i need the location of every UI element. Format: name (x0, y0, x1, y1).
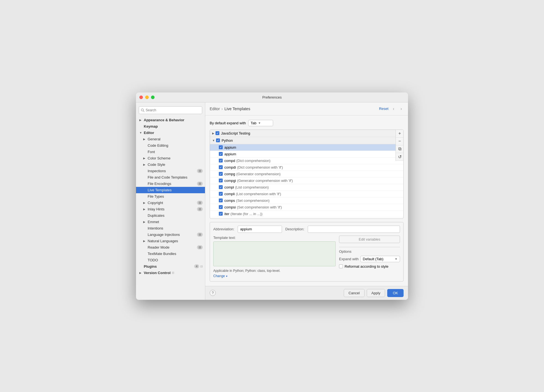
inlay-hints-badge: ⊟ (197, 207, 203, 211)
template-desc: (Dict comprehension with 'if') (237, 165, 283, 169)
sidebar-item-editor[interactable]: ▼ Editor (136, 130, 205, 136)
search-input[interactable] (139, 106, 202, 114)
change-link[interactable]: Change (213, 274, 225, 278)
breadcrumb-current: Live Templates (224, 107, 250, 111)
group-label: JavaScript Testing (221, 131, 250, 135)
template-row-compd[interactable]: compd (Dict comprehension) (210, 158, 403, 164)
sidebar-item-textmate-bundles[interactable]: ▶ TextMate Bundles (136, 251, 205, 257)
chevron-right-icon: ▶ (143, 201, 147, 204)
sidebar-item-color-scheme[interactable]: ▶ Color Scheme (136, 155, 205, 161)
bottom-section: Abbreviation: Description: Template text… (210, 222, 404, 282)
template-checkbox[interactable] (219, 159, 223, 163)
sidebar-item-version-control[interactable]: ▶ Version Control ⊟ (136, 270, 205, 276)
template-checkbox[interactable] (219, 192, 223, 196)
template-row-comps[interactable]: comps (Set comprehension) (210, 197, 403, 204)
template-checkbox[interactable] (219, 185, 223, 189)
chevron-right-icon: ▶ (143, 208, 147, 211)
sidebar-item-todo[interactable]: ▶ TODO (136, 257, 205, 263)
template-checkbox[interactable] (219, 179, 223, 182)
sidebar-item-emmet[interactable]: ▶ Emmet (136, 219, 205, 225)
sidebar-item-file-encodings[interactable]: ▶ File Encodings ⊟ (136, 180, 205, 187)
template-row-compg[interactable]: compg (Generator comprehension) (210, 171, 403, 177)
sidebar-item-keymap[interactable]: ▶ Keymap (136, 123, 205, 130)
description-label: Description: (285, 227, 304, 231)
help-button[interactable]: ? (210, 290, 216, 296)
sidebar-item-appearance[interactable]: ▶ Appearance & Behavior (136, 117, 205, 123)
chevron-down-icon: ▼ (212, 139, 215, 142)
sidebar-item-duplicates[interactable]: ▶ Duplicates (136, 212, 205, 219)
group-js-testing[interactable]: ▶ JavaScript Testing (210, 130, 403, 137)
sidebar-item-intentions[interactable]: ▶ Intentions (136, 225, 205, 231)
template-checkbox[interactable] (219, 152, 223, 156)
apply-button[interactable]: Apply (367, 289, 385, 297)
template-row-compgi[interactable]: compgi (Generator comprehension with 'if… (210, 177, 403, 184)
reformat-checkbox[interactable] (339, 264, 343, 268)
sidebar-item-copyright[interactable]: ▶ Copyright ⊟ (136, 200, 205, 206)
sidebar-item-label: Inlay Hints (148, 207, 165, 211)
nav-forward-button[interactable]: › (399, 106, 404, 112)
sidebar-item-live-templates[interactable]: ▶ Live Templates (136, 187, 205, 193)
sidebar-item-label: Natural Languages (148, 239, 178, 243)
sidebar-item-reader-mode[interactable]: ▶ Reader Mode ⊟ (136, 244, 205, 251)
sidebar-item-inlay-hints[interactable]: ▶ Inlay Hints ⊟ (136, 206, 205, 212)
template-checkbox[interactable] (219, 205, 223, 209)
template-checkbox[interactable] (219, 145, 223, 149)
sidebar-item-font[interactable]: ▶ Font (136, 149, 205, 155)
template-row-compsi[interactable]: compsi (Set comprehension with 'if') (210, 204, 403, 211)
list-side-actions: + − ⧉ ↺ (396, 130, 404, 161)
reset-button[interactable]: Reset (379, 107, 388, 111)
template-checkbox[interactable] (219, 165, 223, 169)
sidebar-item-file-types[interactable]: ▶ File Types (136, 193, 205, 200)
template-checkbox[interactable] (219, 172, 223, 176)
sidebar-item-code-style[interactable]: ▶ Code Style (136, 161, 205, 168)
sidebar-item-natural-languages[interactable]: ▶ Natural Languages (136, 238, 205, 244)
sidebar-item-code-editing[interactable]: ▶ Code Editing (136, 142, 205, 149)
group-python[interactable]: ▼ Python (210, 137, 403, 144)
copy-template-button[interactable]: ⧉ (396, 145, 404, 153)
sidebar-item-label: Appearance & Behavior (144, 118, 184, 122)
reset-template-button[interactable]: ↺ (396, 153, 404, 161)
reformat-row: Reformat according to style (339, 264, 400, 269)
python-checkbox[interactable] (216, 138, 220, 142)
template-row-itere[interactable]: itere (Iterate (for ... in enumerate)) (210, 217, 403, 218)
template-row-appium-2[interactable]: appium (210, 151, 403, 158)
version-control-icon: ⊟ (172, 271, 174, 275)
sidebar-item-plugins[interactable]: ▶ Plugins 4 ⊟ (136, 263, 205, 270)
template-checkbox[interactable] (219, 212, 223, 216)
sidebar-item-general[interactable]: ▶ General (136, 136, 205, 142)
expand-with-dropdown[interactable]: Default (Tab) ▼ (360, 256, 400, 262)
sidebar-item-label: Inspections (148, 169, 166, 173)
template-row-compl[interactable]: compl (List comprehension) (210, 184, 403, 191)
expand-label: By default expand with (210, 121, 246, 125)
sidebar-item-label: Code Editing (148, 143, 168, 148)
description-input[interactable] (308, 226, 400, 233)
abbreviation-input[interactable] (238, 226, 282, 233)
js-testing-checkbox[interactable] (215, 131, 219, 135)
template-desc: (Set comprehension) (236, 198, 270, 203)
template-text-input[interactable] (213, 241, 336, 266)
minimize-button[interactable] (145, 96, 149, 99)
template-list: ▶ JavaScript Testing ▼ Python (210, 130, 403, 218)
template-row-compli[interactable]: compli (List comprehension with 'if') (210, 191, 403, 197)
expand-dropdown[interactable]: Tab ▼ (248, 120, 273, 126)
remove-template-button[interactable]: − (396, 138, 404, 145)
dropdown-arrow-icon: ▼ (258, 122, 261, 125)
template-row-appium-1[interactable]: appium (210, 144, 403, 151)
cancel-button[interactable]: Cancel (344, 289, 364, 297)
sidebar-item-file-templates[interactable]: ▶ File and Code Templates (136, 174, 205, 180)
sidebar-item-language-injections[interactable]: ▶ Language Injections ⊟ (136, 231, 205, 238)
sidebar-item-label: File Types (148, 194, 164, 198)
template-name: comps (224, 198, 235, 203)
sidebar-item-label: Reader Mode (148, 245, 170, 249)
template-checkbox[interactable] (219, 198, 223, 202)
ok-button[interactable]: OK (387, 289, 404, 297)
close-button[interactable] (139, 96, 143, 99)
template-row-iter[interactable]: iter (Iterate (for ... in ...)) (210, 211, 403, 217)
maximize-button[interactable] (151, 96, 155, 99)
sidebar-item-label: Version Control (144, 271, 171, 275)
add-template-button[interactable]: + (396, 130, 404, 138)
sidebar-item-inspections[interactable]: ▶ Inspections ⊟ (136, 168, 205, 174)
template-row-compdi[interactable]: compdi (Dict comprehension with 'if') (210, 164, 403, 171)
nav-back-button[interactable]: ‹ (391, 106, 396, 112)
breadcrumb-sep: › (222, 107, 223, 111)
